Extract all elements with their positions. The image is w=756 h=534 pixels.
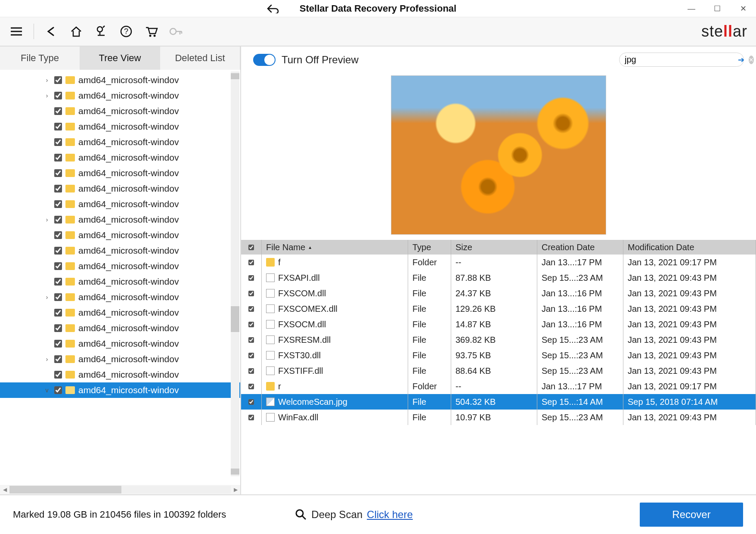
file-checkbox[interactable] [248, 415, 254, 420]
header-type[interactable]: Type [408, 240, 451, 255]
advanced-tools-icon[interactable] [93, 24, 109, 39]
file-checkbox[interactable] [248, 337, 254, 343]
file-row[interactable]: WelcomeScan.jpgFile504.32 KBSep 15...:14… [241, 394, 756, 410]
tree-checkbox[interactable] [54, 340, 62, 348]
tree-item[interactable]: ›amd64_microsoft-windov [0, 351, 240, 367]
tree-vscroll-up[interactable] [231, 73, 239, 79]
file-checkbox[interactable] [248, 322, 254, 327]
hscroll-thumb[interactable] [9, 486, 121, 494]
tree-checkbox[interactable] [54, 355, 62, 363]
tree-checkbox[interactable] [54, 231, 62, 239]
search-go-icon[interactable]: ➔ [738, 55, 744, 65]
key-icon[interactable] [168, 24, 184, 39]
file-row[interactable]: rFolder--Jan 13...:17 PMJan 13, 2021 09:… [241, 379, 756, 394]
tree-checkbox[interactable] [54, 386, 62, 394]
tree-vscroll-thumb[interactable] [231, 306, 239, 332]
chevron-icon[interactable]: › [43, 77, 51, 84]
header-size[interactable]: Size [451, 240, 537, 255]
tree-item[interactable]: amd64_microsoft-windov [0, 103, 240, 119]
folder-tree[interactable]: ›amd64_microsoft-windov›amd64_microsoft-… [0, 70, 240, 485]
tree-item[interactable]: amd64_microsoft-windov [0, 258, 240, 274]
file-checkbox[interactable] [248, 260, 254, 265]
chevron-icon[interactable]: › [43, 216, 51, 223]
help-icon[interactable]: ? [118, 24, 134, 39]
tree-checkbox[interactable] [54, 92, 62, 99]
tree-checkbox[interactable] [54, 185, 62, 192]
file-row[interactable]: FXSTIFF.dllFile88.64 KBSep 15...:23 AMJa… [241, 363, 756, 379]
file-row[interactable]: FXSOCM.dllFile14.87 KBJan 13...:16 PMJan… [241, 317, 756, 332]
tree-checkbox[interactable] [54, 169, 62, 177]
tree-item[interactable]: ›amd64_microsoft-windov [0, 72, 240, 88]
minimize-button[interactable]: — [679, 0, 704, 17]
tree-item[interactable]: amd64_microsoft-windov [0, 196, 240, 212]
header-creation-date[interactable]: Creation Date [537, 240, 623, 255]
tree-checkbox[interactable] [54, 107, 62, 115]
tree-checkbox[interactable] [54, 123, 62, 130]
tab-deleted-list[interactable]: Deleted List [160, 47, 240, 70]
tree-checkbox[interactable] [54, 293, 62, 301]
file-checkbox[interactable] [248, 306, 254, 312]
hscroll-right[interactable]: ▶ [231, 487, 240, 493]
menu-icon[interactable] [9, 24, 24, 39]
tree-item[interactable]: vamd64_microsoft-windov [0, 382, 240, 398]
tree-checkbox[interactable] [54, 216, 62, 224]
tab-file-type[interactable]: File Type [0, 47, 80, 70]
file-row[interactable]: FXSRESM.dllFile369.82 KBSep 15...:23 AMJ… [241, 332, 756, 348]
tree-checkbox[interactable] [54, 371, 62, 379]
tree-vscroll-down[interactable] [231, 469, 239, 475]
chevron-icon[interactable]: v [43, 387, 51, 394]
tree-item[interactable]: amd64_microsoft-windov [0, 305, 240, 320]
file-row[interactable]: WinFax.dllFile10.97 KBSep 15...:23 AMJan… [241, 410, 756, 425]
search-input[interactable] [625, 55, 734, 65]
header-checkbox[interactable] [241, 240, 262, 255]
preview-toggle[interactable] [253, 54, 276, 66]
header-filename[interactable]: File Name▲ [262, 240, 408, 255]
tree-checkbox[interactable] [54, 154, 62, 161]
search-box[interactable]: ➔ ✕ [619, 53, 744, 67]
chevron-icon[interactable]: › [43, 294, 51, 301]
hscroll-left[interactable]: ◀ [0, 487, 9, 493]
tree-item[interactable]: amd64_microsoft-windov [0, 367, 240, 382]
tree-item[interactable]: amd64_microsoft-windov [0, 165, 240, 181]
header-modification-date[interactable]: Modification Date [623, 240, 756, 255]
tree-checkbox[interactable] [54, 278, 62, 286]
tree-item[interactable]: ›amd64_microsoft-windov [0, 289, 240, 305]
file-checkbox[interactable] [248, 353, 254, 358]
tree-item[interactable]: amd64_microsoft-windov [0, 134, 240, 150]
tree-checkbox[interactable] [54, 76, 62, 84]
chevron-icon[interactable]: › [43, 92, 51, 99]
tree-checkbox[interactable] [54, 324, 62, 332]
tree-item[interactable]: amd64_microsoft-windov [0, 320, 240, 336]
file-checkbox[interactable] [248, 399, 254, 405]
file-row[interactable]: FXSCOM.dllFile24.37 KBJan 13...:16 PMJan… [241, 286, 756, 301]
tree-item[interactable]: amd64_microsoft-windov [0, 243, 240, 258]
home-icon[interactable] [68, 24, 84, 39]
tree-checkbox[interactable] [54, 138, 62, 146]
back-icon[interactable] [43, 24, 59, 39]
file-row[interactable]: FXSCOMEX.dllFile129.26 KBJan 13...:16 PM… [241, 301, 756, 317]
deep-scan-link[interactable]: Click here [367, 509, 413, 521]
cart-icon[interactable] [143, 24, 159, 39]
tree-item[interactable]: amd64_microsoft-windov [0, 181, 240, 196]
file-list[interactable]: File Name▲ Type Size Creation Date Modif… [241, 240, 756, 494]
tree-checkbox[interactable] [54, 262, 62, 270]
file-row[interactable]: fFolder--Jan 13...:17 PMJan 13, 2021 09:… [241, 255, 756, 270]
recover-button[interactable]: Recover [640, 503, 743, 527]
tree-item[interactable]: ›amd64_microsoft-windov [0, 88, 240, 103]
file-row[interactable]: FXSAPI.dllFile87.88 KBSep 15...:23 AMJan… [241, 270, 756, 286]
file-checkbox[interactable] [248, 384, 254, 389]
search-clear-icon[interactable]: ✕ [749, 56, 754, 64]
tree-checkbox[interactable] [54, 200, 62, 208]
tree-hscrollbar[interactable]: ◀ ▶ [0, 485, 240, 494]
tree-checkbox[interactable] [54, 309, 62, 317]
close-button[interactable]: ✕ [730, 0, 756, 17]
file-checkbox[interactable] [248, 291, 254, 296]
tree-item[interactable]: amd64_microsoft-windov [0, 150, 240, 165]
tree-item[interactable]: amd64_microsoft-windov [0, 274, 240, 289]
tree-item[interactable]: ›amd64_microsoft-windov [0, 212, 240, 227]
tab-tree-view[interactable]: Tree View [80, 47, 160, 70]
tree-item[interactable]: amd64_microsoft-windov [0, 336, 240, 351]
chevron-icon[interactable]: › [43, 356, 51, 363]
tree-vscrollbar[interactable] [231, 71, 239, 476]
tree-item[interactable]: amd64_microsoft-windov [0, 227, 240, 243]
